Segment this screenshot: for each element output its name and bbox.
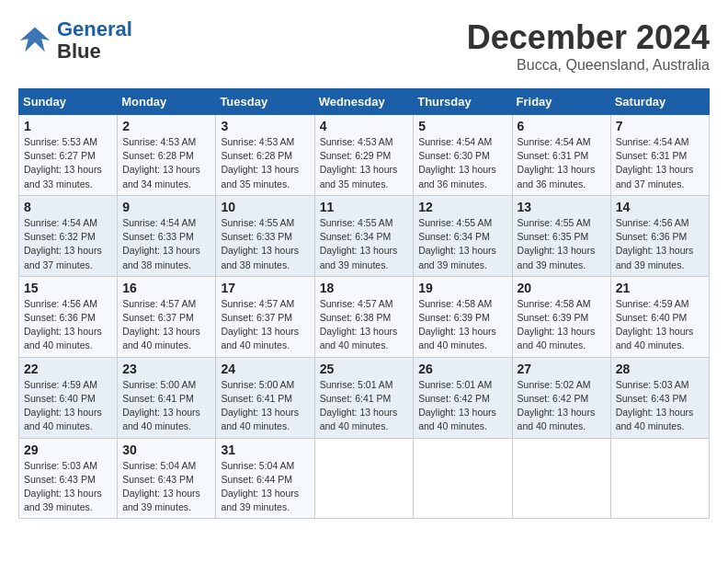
day-info: Sunrise: 4:54 AMSunset: 6:32 PMDaylight:… (24, 217, 102, 270)
day-number: 3 (221, 119, 309, 133)
calendar-week-row: 29 Sunrise: 5:03 AMSunset: 6:43 PMDaylig… (19, 438, 710, 519)
calendar-week-row: 15 Sunrise: 4:56 AMSunset: 6:36 PMDaylig… (19, 276, 710, 357)
calendar-cell: 2 Sunrise: 4:53 AMSunset: 6:28 PMDayligh… (118, 115, 216, 196)
header-sunday: Sunday (19, 89, 118, 115)
calendar-cell (610, 438, 709, 519)
day-number: 23 (122, 362, 210, 376)
day-info: Sunrise: 5:03 AMSunset: 6:43 PMDaylight:… (616, 379, 694, 432)
calendar-cell: 5 Sunrise: 4:54 AMSunset: 6:30 PMDayligh… (414, 115, 512, 196)
calendar-cell: 19 Sunrise: 4:58 AMSunset: 6:39 PMDaylig… (414, 276, 512, 357)
day-number: 7 (616, 119, 704, 133)
calendar-cell: 10 Sunrise: 4:55 AMSunset: 6:33 PMDaylig… (216, 195, 314, 276)
calendar-cell: 28 Sunrise: 5:03 AMSunset: 6:43 PMDaylig… (610, 357, 709, 438)
day-number: 6 (518, 119, 606, 133)
day-number: 8 (24, 200, 112, 214)
day-info: Sunrise: 4:56 AMSunset: 6:36 PMDaylight:… (616, 217, 694, 270)
day-info: Sunrise: 4:54 AMSunset: 6:33 PMDaylight:… (122, 217, 200, 270)
day-number: 9 (122, 200, 210, 214)
calendar-cell: 16 Sunrise: 4:57 AMSunset: 6:37 PMDaylig… (118, 276, 216, 357)
day-info: Sunrise: 4:58 AMSunset: 6:39 PMDaylight:… (518, 298, 596, 351)
day-number: 19 (418, 281, 506, 295)
calendar-cell: 18 Sunrise: 4:57 AMSunset: 6:38 PMDaylig… (314, 276, 414, 357)
day-info: Sunrise: 4:57 AMSunset: 6:38 PMDaylight:… (320, 298, 398, 351)
calendar-cell: 25 Sunrise: 5:01 AMSunset: 6:41 PMDaylig… (314, 357, 414, 438)
day-number: 26 (418, 362, 506, 376)
day-info: Sunrise: 4:53 AMSunset: 6:28 PMDaylight:… (221, 136, 299, 190)
calendar-cell: 30 Sunrise: 5:04 AMSunset: 6:43 PMDaylig… (118, 438, 216, 519)
calendar-cell: 31 Sunrise: 5:04 AMSunset: 6:44 PMDaylig… (216, 438, 314, 519)
day-info: Sunrise: 5:03 AMSunset: 6:43 PMDaylight:… (24, 460, 102, 513)
day-number: 24 (221, 362, 309, 376)
day-info: Sunrise: 4:59 AMSunset: 6:40 PMDaylight:… (24, 379, 102, 432)
calendar-table: SundayMondayTuesdayWednesdayThursdayFrid… (18, 88, 710, 519)
day-info: Sunrise: 4:59 AMSunset: 6:40 PMDaylight:… (616, 298, 694, 351)
calendar-cell: 7 Sunrise: 4:54 AMSunset: 6:31 PMDayligh… (610, 115, 709, 196)
day-number: 1 (24, 119, 112, 133)
day-number: 5 (418, 119, 506, 133)
day-number: 12 (418, 200, 506, 214)
calendar-cell: 8 Sunrise: 4:54 AMSunset: 6:32 PMDayligh… (19, 195, 118, 276)
header-monday: Monday (118, 89, 216, 115)
day-number: 4 (320, 119, 409, 133)
day-info: Sunrise: 4:55 AMSunset: 6:33 PMDaylight:… (221, 217, 299, 270)
calendar-cell: 26 Sunrise: 5:01 AMSunset: 6:42 PMDaylig… (414, 357, 512, 438)
header-friday: Friday (512, 89, 610, 115)
day-info: Sunrise: 4:54 AMSunset: 6:31 PMDaylight:… (616, 136, 694, 190)
calendar-cell (314, 438, 414, 519)
day-number: 27 (518, 362, 606, 376)
calendar-cell: 4 Sunrise: 4:53 AMSunset: 6:29 PMDayligh… (314, 115, 414, 196)
header-saturday: Saturday (610, 89, 709, 115)
day-number: 15 (24, 281, 112, 295)
day-info: Sunrise: 4:53 AMSunset: 6:29 PMDaylight:… (320, 136, 398, 190)
day-info: Sunrise: 5:02 AMSunset: 6:42 PMDaylight:… (518, 379, 596, 432)
day-number: 10 (221, 200, 309, 214)
day-number: 20 (518, 281, 606, 295)
day-number: 31 (221, 442, 309, 457)
day-number: 29 (24, 442, 112, 457)
day-info: Sunrise: 5:53 AMSunset: 6:27 PMDaylight:… (24, 136, 102, 190)
day-number: 22 (24, 362, 112, 376)
day-number: 13 (518, 200, 606, 214)
calendar-cell: 6 Sunrise: 4:54 AMSunset: 6:31 PMDayligh… (512, 115, 610, 196)
day-info: Sunrise: 4:54 AMSunset: 6:31 PMDaylight:… (518, 136, 596, 190)
day-info: Sunrise: 4:55 AMSunset: 6:34 PMDaylight:… (418, 217, 496, 270)
header-wednesday: Wednesday (314, 89, 414, 115)
day-info: Sunrise: 4:57 AMSunset: 6:37 PMDaylight:… (221, 298, 299, 351)
calendar-cell (512, 438, 610, 519)
logo-bird-icon (18, 24, 51, 57)
calendar-cell: 24 Sunrise: 5:00 AMSunset: 6:41 PMDaylig… (216, 357, 314, 438)
location-title: Bucca, Queensland, Australia (467, 57, 710, 74)
calendar-cell (414, 438, 512, 519)
calendar-week-row: 22 Sunrise: 4:59 AMSunset: 6:40 PMDaylig… (19, 357, 710, 438)
header-thursday: Thursday (414, 89, 512, 115)
calendar-cell: 9 Sunrise: 4:54 AMSunset: 6:33 PMDayligh… (118, 195, 216, 276)
day-info: Sunrise: 4:53 AMSunset: 6:28 PMDaylight:… (122, 136, 200, 190)
calendar-cell: 1 Sunrise: 5:53 AMSunset: 6:27 PMDayligh… (19, 115, 118, 196)
day-number: 25 (320, 362, 409, 376)
day-number: 11 (320, 200, 409, 214)
day-info: Sunrise: 5:04 AMSunset: 6:43 PMDaylight:… (122, 460, 200, 513)
title-area: December 2024 Bucca, Queensland, Austral… (467, 18, 710, 74)
calendar-week-row: 8 Sunrise: 4:54 AMSunset: 6:32 PMDayligh… (19, 195, 710, 276)
day-info: Sunrise: 4:57 AMSunset: 6:37 PMDaylight:… (122, 298, 200, 351)
day-number: 14 (616, 200, 704, 214)
day-number: 21 (616, 281, 704, 295)
calendar-cell: 23 Sunrise: 5:00 AMSunset: 6:41 PMDaylig… (118, 357, 216, 438)
day-info: Sunrise: 5:00 AMSunset: 6:41 PMDaylight:… (221, 379, 299, 432)
header: GeneralBlue December 2024 Bucca, Queensl… (18, 18, 710, 74)
logo-text: GeneralBlue (57, 18, 132, 63)
day-info: Sunrise: 5:01 AMSunset: 6:41 PMDaylight:… (320, 379, 398, 432)
calendar-cell: 12 Sunrise: 4:55 AMSunset: 6:34 PMDaylig… (414, 195, 512, 276)
calendar-cell: 21 Sunrise: 4:59 AMSunset: 6:40 PMDaylig… (610, 276, 709, 357)
day-info: Sunrise: 5:01 AMSunset: 6:42 PMDaylight:… (418, 379, 496, 432)
day-number: 18 (320, 281, 409, 295)
logo: GeneralBlue (18, 18, 132, 63)
day-info: Sunrise: 4:56 AMSunset: 6:36 PMDaylight:… (24, 298, 102, 351)
day-info: Sunrise: 5:04 AMSunset: 6:44 PMDaylight:… (221, 460, 299, 513)
calendar-cell: 11 Sunrise: 4:55 AMSunset: 6:34 PMDaylig… (314, 195, 414, 276)
day-info: Sunrise: 5:00 AMSunset: 6:41 PMDaylight:… (122, 379, 200, 432)
calendar-cell: 17 Sunrise: 4:57 AMSunset: 6:37 PMDaylig… (216, 276, 314, 357)
calendar-cell: 15 Sunrise: 4:56 AMSunset: 6:36 PMDaylig… (19, 276, 118, 357)
header-tuesday: Tuesday (216, 89, 314, 115)
calendar-cell: 20 Sunrise: 4:58 AMSunset: 6:39 PMDaylig… (512, 276, 610, 357)
